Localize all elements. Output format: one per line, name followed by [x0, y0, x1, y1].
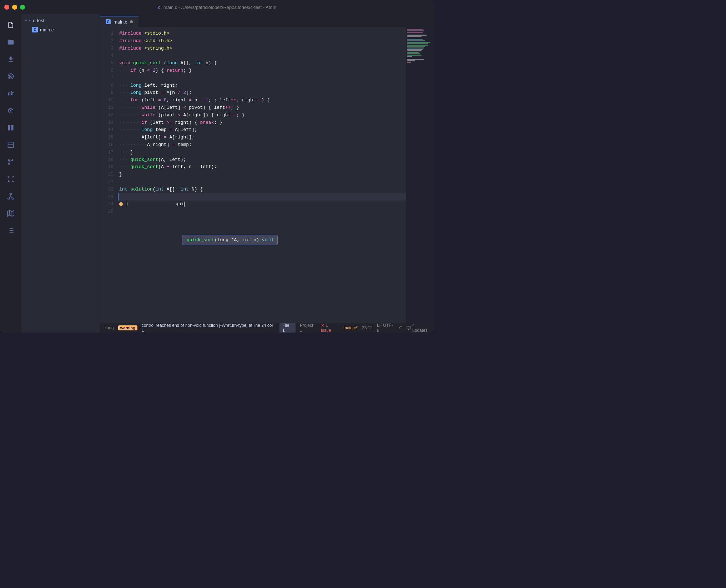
- files-icon[interactable]: [4, 18, 18, 32]
- svg-point-8: [8, 163, 9, 164]
- status-position: 23:12: [362, 325, 373, 330]
- warning-dot: [119, 202, 123, 206]
- svg-line-16: [11, 197, 13, 198]
- expand-icon[interactable]: [4, 172, 18, 186]
- svg-rect-3: [8, 125, 10, 131]
- code-line: ····}: [118, 149, 406, 156]
- project-name: c-test: [33, 18, 45, 23]
- main-layout: git: [0, 14, 434, 333]
- pane-icon[interactable]: [4, 138, 18, 152]
- autocomplete-popup[interactable]: quick_sort(long *A, int n) void: [182, 235, 278, 245]
- status-project: Project 1: [300, 323, 317, 333]
- autocomplete-params: (long *A, int n): [215, 237, 259, 243]
- svg-point-2: [10, 76, 11, 77]
- editor-area: C main.c 12345 678910 1112131415 1617181…: [100, 14, 434, 333]
- arrow-icon: ▾: [25, 18, 27, 23]
- code-line: #include <stdio.h>: [118, 30, 406, 37]
- titlebar: c main.c - /Users/patriciolopez/Reposito…: [0, 0, 434, 14]
- code-line: #include <string.h>: [118, 45, 406, 52]
- download-icon[interactable]: [4, 52, 18, 66]
- svg-rect-4: [11, 125, 14, 131]
- status-encoding: LF UTF-8: [377, 323, 395, 333]
- svg-rect-12: [8, 198, 10, 199]
- code-content[interactable]: #include <stdio.h> #include <stdlib.h> #…: [118, 27, 406, 323]
- code-line: ····long left, right;: [118, 82, 406, 90]
- code-line: ··········A[right] = temp;: [118, 141, 406, 149]
- code-line: }: [118, 201, 406, 208]
- minimize-button[interactable]: [12, 5, 17, 10]
- svg-point-7: [8, 159, 9, 161]
- status-bar: clang warning control reaches end of non…: [100, 323, 434, 333]
- svg-rect-11: [10, 193, 12, 194]
- columns-icon[interactable]: [4, 121, 18, 135]
- maximize-button[interactable]: [20, 5, 25, 10]
- c-file-icon: c: [158, 5, 161, 10]
- folder-icon: ▪: [29, 18, 30, 23]
- status-file: File 1: [279, 322, 296, 333]
- git-icon[interactable]: git: [4, 86, 18, 101]
- code-line: ····long pivot = A[n / 2];: [118, 89, 406, 97]
- status-issue: ✕ 1 Issue: [321, 323, 339, 333]
- tab-modified-dot: [130, 20, 133, 23]
- svg-marker-17: [7, 211, 14, 217]
- list-icon[interactable]: [4, 223, 18, 238]
- svg-line-15: [9, 197, 11, 198]
- code-line: ····quick_sort(A + left, n - left);: [118, 163, 406, 171]
- warning-badge: warning: [118, 325, 137, 330]
- code-line: ········if (left >= right) { break; }: [118, 119, 406, 127]
- status-filename: main.c*: [343, 325, 358, 330]
- code-line: ········A[left] = A[right];: [118, 134, 406, 141]
- code-line: }: [118, 171, 406, 178]
- line-numbers: 12345 678910 1112131415 1617181920 21222…: [100, 27, 118, 323]
- c-badge: C: [32, 27, 38, 32]
- package-icon[interactable]: [4, 103, 18, 118]
- tab-c-badge: C: [106, 19, 111, 24]
- code-line: #include <stdlib.h>: [118, 37, 406, 45]
- sidebar-filename: main.c: [40, 27, 54, 32]
- tab-label: main.c: [114, 19, 127, 25]
- code-line: [118, 178, 406, 186]
- code-line-active: qui: [118, 193, 406, 201]
- window-controls: [4, 5, 25, 10]
- code-editor[interactable]: 12345 678910 1112131415 1617181920 21222…: [100, 27, 434, 323]
- minimap-content: [406, 27, 434, 66]
- updates-count: 4 updates: [412, 323, 431, 333]
- target-icon[interactable]: [4, 69, 18, 83]
- clang-label: clang: [104, 325, 114, 330]
- warning-message: control reaches end of non-void function…: [142, 323, 275, 333]
- project-folder[interactable]: ▾ ▪ c-test: [21, 16, 100, 25]
- window: c main.c - /Users/patriciolopez/Reposito…: [0, 0, 434, 333]
- svg-rect-26: [407, 326, 410, 329]
- svg-rect-13: [12, 198, 14, 199]
- autocomplete-function: quick_sort: [187, 237, 215, 243]
- network-icon[interactable]: [4, 189, 18, 203]
- code-line: int solution(int A[], int N) {: [118, 186, 406, 193]
- code-line: ········while (pivot < A[right]) { right…: [118, 112, 406, 119]
- code-line: [118, 75, 406, 82]
- sidebar: ▾ ▪ c-test C main.c: [21, 14, 100, 333]
- map-icon[interactable]: [4, 206, 18, 220]
- folder-open-icon[interactable]: [4, 35, 18, 49]
- status-updates: 4 updates: [407, 323, 431, 333]
- status-language: C: [399, 325, 403, 330]
- code-line: ····for (left = 0, right = n - 1; ; left…: [118, 97, 406, 104]
- tab-bar: C main.c: [100, 14, 434, 27]
- updates-icon: [407, 326, 411, 330]
- status-right: File 1 Project 1 ✕ 1 Issue main.c* 23:12…: [279, 322, 431, 333]
- code-line: ········long temp = A[left];: [118, 126, 406, 134]
- autocomplete-return-type: void: [262, 237, 273, 243]
- code-line: [118, 52, 406, 60]
- code-line: ····if (n < 2) { return; }: [118, 67, 406, 75]
- svg-rect-5: [8, 142, 14, 148]
- tab-main-c[interactable]: C main.c: [100, 16, 138, 27]
- close-button[interactable]: [4, 5, 9, 10]
- code-line: [118, 208, 406, 216]
- branch-icon[interactable]: [4, 155, 18, 169]
- code-line: ········while (A[left] < pivot) { left++…: [118, 104, 406, 112]
- code-line: void quick_sort (long A[], int n) {: [118, 60, 406, 67]
- sidebar-file-item[interactable]: C main.c: [21, 25, 100, 34]
- titlebar-title: c main.c - /Users/patriciolopez/Reposito…: [158, 5, 277, 10]
- code-line: ····quick_sort(A, left);: [118, 156, 406, 164]
- minimap: [406, 27, 434, 323]
- activity-bar: git: [0, 14, 21, 333]
